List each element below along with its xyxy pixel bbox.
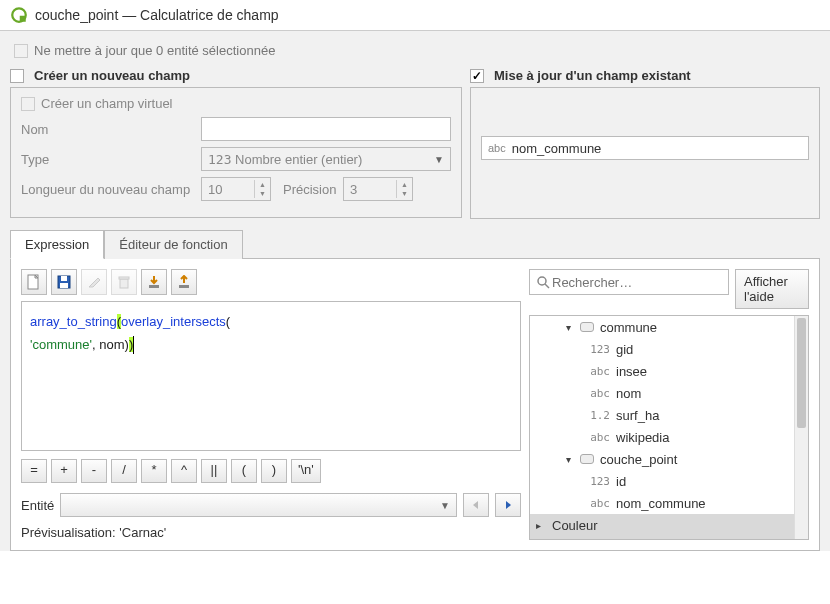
tab-expression[interactable]: Expression	[10, 230, 104, 259]
field-precision-spin: 3 ▲▼	[343, 177, 413, 201]
svg-rect-5	[60, 283, 68, 288]
tree-field[interactable]: wikipedia	[614, 430, 669, 445]
create-field-header: Créer un nouveau champ	[34, 68, 190, 83]
preview-label: Prévisualisation:	[21, 525, 116, 540]
svg-rect-4	[61, 276, 67, 281]
preview-value: 'Carnac'	[119, 525, 166, 540]
field-type-label: Type	[21, 152, 201, 167]
collapse-icon[interactable]: ▸	[536, 520, 550, 531]
virtual-field-checkbox	[21, 97, 35, 111]
qgis-logo-icon	[10, 6, 28, 24]
create-field-panel: Créer un champ virtuel Nom Type 123 Nomb…	[10, 87, 462, 218]
tree-field[interactable]: gid	[614, 342, 633, 357]
svg-rect-9	[179, 285, 189, 288]
svg-rect-7	[119, 277, 129, 279]
import-icon[interactable]	[141, 269, 167, 295]
field-length-label: Longueur du nouveau champ	[21, 182, 201, 197]
scroll-thumb[interactable]	[797, 318, 806, 428]
search-icon	[536, 275, 550, 289]
layer-icon	[580, 322, 594, 332]
op-rparen[interactable]: )	[261, 459, 287, 483]
svg-point-10	[538, 277, 546, 285]
function-tree[interactable]: ▾commune 123gid abcinsee abcnom 1.2surf_…	[529, 315, 809, 540]
field-type-select: 123 Nombre entier (entier) ▼	[201, 147, 451, 171]
op-eq[interactable]: =	[21, 459, 47, 483]
window-title: couche_point — Calculatrice de champ	[35, 7, 279, 23]
function-search[interactable]	[529, 269, 729, 295]
update-selected-label: Ne mettre à jour que 0 entité sélectionn…	[34, 43, 275, 58]
op-minus[interactable]: -	[81, 459, 107, 483]
tree-field[interactable]: id	[614, 474, 626, 489]
show-help-button[interactable]: Afficher l'aide	[735, 269, 809, 309]
field-length-spin: 10 ▲▼	[201, 177, 271, 201]
tree-field[interactable]: nom	[614, 386, 641, 401]
save-icon[interactable]	[51, 269, 77, 295]
expression-editor[interactable]: array_to_string(overlay_intersects('comm…	[21, 301, 521, 451]
svg-line-11	[545, 284, 549, 288]
tree-field[interactable]: surf_ha	[614, 408, 659, 423]
new-file-icon[interactable]	[21, 269, 47, 295]
create-field-checkbox[interactable]	[10, 69, 24, 83]
tab-function-editor[interactable]: Éditeur de fonction	[104, 230, 242, 259]
window-titlebar: couche_point — Calculatrice de champ	[0, 0, 830, 31]
field-precision-label: Précision	[283, 182, 343, 197]
text-cursor	[133, 336, 134, 354]
update-field-select[interactable]: abc nom_commune	[481, 136, 809, 160]
update-field-panel: abc nom_commune	[470, 87, 820, 219]
virtual-field-label: Créer un champ virtuel	[41, 96, 173, 111]
entity-label: Entité	[21, 498, 54, 513]
tree-scrollbar[interactable]	[794, 316, 808, 539]
entity-select[interactable]: ▼	[60, 493, 457, 517]
new-field-name-input	[201, 117, 451, 141]
expand-icon[interactable]: ▾	[566, 454, 580, 465]
search-input[interactable]	[550, 274, 722, 291]
tree-layer[interactable]: commune	[598, 320, 657, 335]
update-selected-checkbox	[14, 44, 28, 58]
update-field-checkbox[interactable]	[470, 69, 484, 83]
op-plus[interactable]: +	[51, 459, 77, 483]
tree-group[interactable]: Couleur	[550, 518, 598, 533]
svg-rect-8	[149, 285, 159, 288]
op-lparen[interactable]: (	[231, 459, 257, 483]
op-concat[interactable]: ||	[201, 459, 227, 483]
svg-rect-1	[20, 16, 26, 22]
operator-row: = + - / * ^ || ( ) '\n'	[21, 459, 521, 483]
expand-icon[interactable]: ▾	[566, 322, 580, 333]
op-mul[interactable]: *	[141, 459, 167, 483]
update-field-selected: nom_commune	[512, 141, 602, 156]
tree-field[interactable]: insee	[614, 364, 647, 379]
tree-layer[interactable]: couche_point	[598, 452, 677, 467]
edit-icon[interactable]	[81, 269, 107, 295]
export-icon[interactable]	[171, 269, 197, 295]
layer-icon	[580, 454, 594, 464]
chevron-down-icon: ▼	[434, 154, 444, 165]
text-type-icon: abc	[488, 142, 506, 154]
op-newline[interactable]: '\n'	[291, 459, 321, 483]
next-entity-button[interactable]	[495, 493, 521, 517]
op-div[interactable]: /	[111, 459, 137, 483]
svg-rect-6	[120, 279, 128, 288]
tree-field[interactable]: nom_commune	[614, 496, 706, 511]
op-pow[interactable]: ^	[171, 459, 197, 483]
update-field-header: Mise à jour d'un champ existant	[494, 68, 691, 83]
field-name-label: Nom	[21, 122, 201, 137]
prev-entity-button[interactable]	[463, 493, 489, 517]
delete-icon[interactable]	[111, 269, 137, 295]
chevron-down-icon: ▼	[440, 500, 450, 511]
